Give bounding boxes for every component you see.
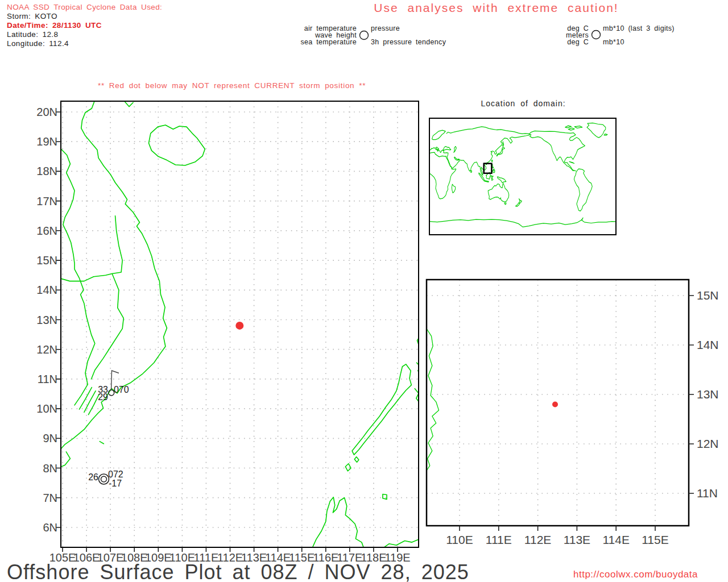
zoom-lat-label: 13N — [697, 388, 719, 401]
palawan-island — [352, 364, 411, 455]
lon-label: 114E — [265, 551, 291, 564]
station1-sea-temp: 29 — [98, 392, 108, 402]
lat-label: 8N — [43, 462, 57, 475]
buoy-plot-page: { "header": { "source_line": "NOAA SSD T… — [0, 0, 728, 582]
lon-label: 118E — [361, 551, 386, 564]
station1-pressure: 070 — [114, 385, 129, 394]
main-map: 33 070 29 26 072 -17 20N 19N 18N 17N 16N… — [36, 100, 421, 564]
world-inset-frame — [429, 118, 616, 235]
mekong-river — [60, 148, 95, 385]
lat-label: 9N — [43, 432, 57, 444]
legend-units-circle-icon — [592, 31, 601, 39]
station-plot-2: 26 072 -17 — [88, 469, 123, 488]
lon-label: 117E — [337, 551, 362, 564]
lat-label: 16N — [36, 225, 57, 237]
world-coastlines — [429, 123, 616, 227]
lat-label: 15N — [36, 254, 57, 267]
lon-label: 112E — [217, 551, 243, 564]
philippine-island-fragments — [415, 336, 421, 402]
lon-label: 107E — [97, 551, 124, 564]
lat-label: 14N — [36, 284, 57, 296]
zoom-map-frame — [427, 280, 689, 526]
storm-position-dot — [235, 322, 243, 330]
zoom-lat-label: 14N — [697, 338, 719, 351]
lat-label: 13N — [36, 314, 57, 326]
zoom-lon-label: 113E — [564, 533, 591, 546]
lat-label: 20N — [36, 106, 57, 118]
lat-label: 10N — [36, 402, 57, 415]
lon-label: 113E — [241, 551, 267, 564]
lat-label: 7N — [43, 492, 57, 504]
station2-tendency: -17 — [109, 479, 122, 488]
zoom-storm-position-dot — [552, 402, 558, 408]
lon-label: 109E — [145, 551, 172, 564]
lon-label: 111E — [194, 551, 219, 564]
borneo-coastline — [312, 497, 364, 549]
zoom-lon-label: 114E — [602, 533, 630, 546]
dong-nai-river — [91, 274, 123, 379]
lon-label: 110E — [169, 551, 195, 564]
con-dao-island — [100, 442, 104, 444]
zoom-map: 15N 14N 13N 12N 11N 110E 111E 112E 113E … — [426, 280, 719, 546]
zoom-lat-label: 15N — [697, 289, 719, 302]
ca-mau-peninsula — [60, 452, 71, 467]
lon-label: 105E — [49, 551, 76, 564]
zoom-map-latitude-gridlines — [427, 296, 689, 493]
lat-label: 17N — [36, 195, 57, 207]
plot-canvas: 33 070 29 26 072 -17 20N 19N 18N 17N 16N… — [0, 0, 728, 582]
world-inset-map — [429, 118, 616, 235]
lat-label: 11N — [38, 373, 57, 385]
zoom-lon-label: 112E — [524, 533, 552, 546]
lat-label: 18N — [36, 165, 57, 177]
zoom-lat-label: 11N — [697, 487, 718, 500]
calm-wind-circle-icon — [99, 474, 109, 484]
legend-station-circle-icon — [360, 31, 369, 40]
lon-label: 108E — [121, 551, 148, 564]
srepok-river — [57, 216, 122, 281]
lat-label: 6N — [43, 521, 57, 534]
zoom-lon-label: 110E — [446, 533, 473, 546]
lon-label: 116E — [313, 551, 338, 564]
zoom-map-right-ticks — [689, 296, 694, 493]
leizhou-coast-fragment — [125, 102, 133, 107]
main-map-latitude-gridlines — [61, 112, 419, 527]
palawan-islets — [345, 457, 387, 500]
zoom-lon-label: 115E — [642, 533, 669, 546]
lat-label: 19N — [36, 135, 57, 148]
station-circle-icon — [101, 476, 107, 482]
zoom-lon-label: 111E — [486, 533, 512, 546]
lon-label: 119E — [384, 551, 410, 564]
hainan-island — [148, 125, 205, 165]
lat-label: 12N — [36, 343, 57, 356]
station2-pressure: 072 — [108, 469, 123, 479]
zoom-map-bottom-ticks — [460, 526, 655, 531]
zoom-lat-label: 12N — [697, 437, 719, 450]
vietnam-coastline — [60, 100, 167, 450]
station2-air-temp: 26 — [88, 472, 98, 482]
zoom-vietnam-coast-fragment — [426, 328, 439, 472]
station-plot-1: 33 070 29 — [98, 371, 129, 402]
lon-label: 115E — [289, 551, 315, 564]
lon-label: 106E — [73, 551, 100, 564]
domain-rectangle — [484, 164, 492, 173]
